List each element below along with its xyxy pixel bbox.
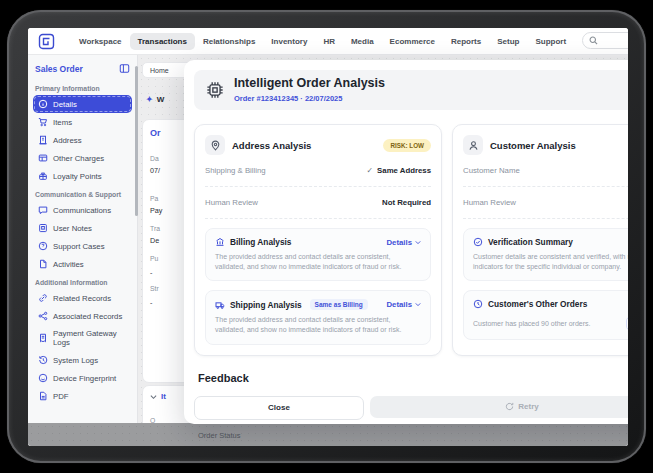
- sidebar-section-communication: Communication & Support: [33, 185, 132, 201]
- row-label: Shipping & Billing: [205, 166, 266, 175]
- verification-summary-title: Verification Summary: [488, 237, 573, 247]
- sidebar-item-payment-gateway-logs[interactable]: Payment Gateway Logs: [33, 325, 132, 351]
- sidebar-item-related-records[interactable]: Related Records: [33, 289, 132, 307]
- main-menu: Workspace Transactions Relationships Inv…: [71, 33, 574, 50]
- sidebar-item-items[interactable]: Items: [33, 113, 132, 131]
- sidebar-item-label: Device Fingerprint: [53, 374, 116, 383]
- sidebar-item-loyalty-points[interactable]: Loyalty Points: [33, 167, 132, 185]
- chevron-down-icon: [415, 240, 421, 245]
- help-circle-icon: [38, 241, 48, 251]
- sidebar-item-label: Loyalty Points: [53, 172, 102, 181]
- nav-inventory[interactable]: Inventory: [263, 33, 315, 50]
- row-label: Human Review: [205, 198, 258, 207]
- sidebar-item-device-fingerprint[interactable]: Device Fingerprint: [33, 369, 132, 387]
- show-orders-button[interactable]: Show (90): [626, 316, 628, 331]
- cart-icon: [38, 117, 48, 127]
- sparkle-icon: ✦: [146, 95, 153, 104]
- field-label-fragment: Da: [150, 155, 159, 162]
- feedback-section-title: Feedback: [198, 372, 628, 384]
- details-link-label: Details: [386, 238, 412, 247]
- truck-icon: [215, 300, 225, 310]
- modal-subtitle: Order #123412345 · 22/07/2025: [234, 94, 385, 103]
- billing-analysis-card: Billing Analysis Details The provided ad…: [205, 228, 431, 281]
- nav-hr[interactable]: HR: [315, 33, 343, 50]
- info-icon: [38, 99, 48, 109]
- sidebar-item-other-charges[interactable]: Other Charges: [33, 149, 132, 167]
- field-label-fragment: Tra: [150, 225, 160, 232]
- shipping-analysis-title: Shipping Analysis: [230, 300, 302, 310]
- sidebar-scrollbar[interactable]: [135, 66, 138, 216]
- history-icon: [38, 355, 48, 365]
- nav-workspace[interactable]: Workspace: [71, 33, 130, 50]
- sidebar-item-system-logs[interactable]: System Logs: [33, 351, 132, 369]
- sidebar-item-label: User Notes: [53, 224, 92, 233]
- collapse-panel-icon[interactable]: [119, 63, 130, 74]
- note-icon: [38, 223, 48, 233]
- clock-icon: [473, 299, 483, 309]
- sidebar-item-label: Payment Gateway Logs: [53, 329, 127, 347]
- collapsed-section-header[interactable]: It: [150, 392, 166, 401]
- field-value-fragment: Pay: [150, 206, 162, 215]
- app-logo-icon[interactable]: [38, 33, 55, 50]
- ai-assist-label-fragment: W: [157, 95, 165, 104]
- breadcrumb-label: Home: [150, 67, 169, 74]
- sidebar-item-address[interactable]: Address: [33, 131, 132, 149]
- field-label-fragment: Pu: [150, 255, 158, 262]
- billing-analysis-title: Billing Analysis: [230, 237, 291, 247]
- close-button[interactable]: Close: [194, 396, 364, 420]
- app-screen: Workspace Transactions Relationships Inv…: [28, 28, 628, 446]
- sidebar-section-primary: Primary Information: [33, 79, 132, 95]
- order-card-heading-fragment: Or: [150, 128, 161, 138]
- sidebar-item-user-notes[interactable]: User Notes: [33, 219, 132, 237]
- sidebar-item-communications[interactable]: Communications: [33, 201, 132, 219]
- field-value-fragment: -: [150, 298, 152, 307]
- ai-chip-icon: [206, 81, 224, 99]
- nav-ecommerce[interactable]: Ecommerce: [382, 33, 443, 50]
- human-review-row: Human Review: [463, 187, 628, 219]
- bottom-dim-band: Order Status: [28, 423, 628, 446]
- address-analysis-panel: Address Analysis RISK: LOW Shipping & Bi…: [194, 124, 442, 356]
- gift-icon: [38, 171, 48, 181]
- shipping-billing-row: Shipping & Billing ✓Same Address: [205, 155, 431, 187]
- customers-other-orders-card: Customer's Other Orders Customer has pla…: [463, 290, 628, 340]
- sidebar-item-label: Communications: [53, 206, 111, 215]
- nav-media[interactable]: Media: [343, 33, 382, 50]
- intelligent-order-analysis-modal: Intelligent Order Analysis Order #123412…: [184, 60, 628, 424]
- table-icon: [38, 153, 48, 163]
- check-icon: ✓: [367, 166, 374, 175]
- share-network-icon: [38, 311, 48, 321]
- sidebar-section-additional: Additional Information: [33, 273, 132, 289]
- shipping-details-link[interactable]: Details: [386, 300, 421, 309]
- sidebar-item-activities[interactable]: Activities: [33, 255, 132, 273]
- address-panel-title: Address Analysis: [232, 140, 376, 151]
- verification-summary-card: Verification Summary Customer details ar…: [463, 228, 628, 281]
- verification-summary-text: Customer details are consistent and veri…: [473, 252, 628, 272]
- sidebar-item-details[interactable]: Details: [33, 95, 132, 113]
- nav-transactions[interactable]: Transactions: [130, 33, 195, 50]
- fingerprint-icon: [38, 373, 48, 383]
- row-value: Same Address: [377, 166, 431, 175]
- sidebar-item-label: Related Records: [53, 294, 111, 303]
- nav-setup[interactable]: Setup: [489, 33, 527, 50]
- ai-assist-row[interactable]: ✦ W: [146, 95, 164, 104]
- analysis-panels: Address Analysis RISK: LOW Shipping & Bi…: [194, 124, 628, 356]
- retry-label: Retry: [518, 402, 538, 411]
- details-link-label: Details: [386, 300, 412, 309]
- sidebar-title: Sales Order: [35, 64, 83, 74]
- risk-badge: RISK: LOW: [383, 139, 431, 152]
- building-icon: [38, 135, 48, 145]
- global-search-input[interactable]: [582, 32, 628, 49]
- document-icon: [38, 259, 48, 269]
- sidebar-item-associated-records[interactable]: Associated Records: [33, 307, 132, 325]
- pdf-icon: [38, 391, 48, 401]
- tablet-frame: Workspace Transactions Relationships Inv…: [7, 10, 646, 463]
- billing-details-link[interactable]: Details: [386, 238, 421, 247]
- retry-button[interactable]: Retry: [370, 396, 628, 418]
- sidebar-item-label: System Logs: [53, 356, 98, 365]
- sidebar-item-support-cases[interactable]: Support Cases: [33, 237, 132, 255]
- nav-relationships[interactable]: Relationships: [195, 33, 263, 50]
- nav-reports[interactable]: Reports: [443, 33, 489, 50]
- nav-support[interactable]: Support: [527, 33, 574, 50]
- modal-header: Intelligent Order Analysis Order #123412…: [194, 70, 628, 110]
- sidebar-item-pdf[interactable]: PDF: [33, 387, 132, 405]
